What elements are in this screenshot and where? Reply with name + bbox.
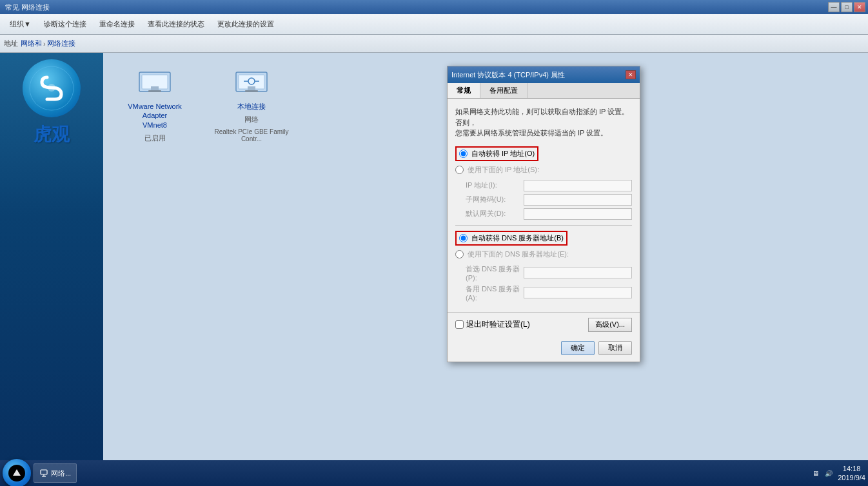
svg-point-1	[48, 84, 55, 92]
breadcrumb-network[interactable]: 网络和	[21, 39, 42, 48]
dns-radio-group: 自动获得 DNS 服务器地址(B) 使用下面的 DNS 服务器地址(E):	[455, 231, 632, 259]
svg-rect-14	[41, 470, 47, 474]
footer-left: 退出时验证设置(L)	[455, 319, 530, 330]
adapter-status-1: 网络	[244, 115, 259, 124]
view-status-button[interactable]: 查看此连接的状态	[142, 17, 210, 32]
adapter-name-1: 本地连接	[237, 102, 266, 111]
advanced-button[interactable]: 高级(V)...	[588, 318, 632, 332]
dialog-tabs: 常规 备用配置	[448, 83, 640, 99]
tab-alternate[interactable]: 备用配置	[480, 83, 528, 98]
alternate-dns-input[interactable]	[524, 287, 632, 298]
dialog-close-controls: ✕	[626, 70, 636, 79]
alternate-dns-label: 备用 DNS 服务器(A):	[466, 284, 524, 302]
subnet-mask-input[interactable]	[524, 194, 632, 206]
minimize-button[interactable]: —	[828, 2, 840, 12]
ip-address-label: IP 地址(I):	[466, 180, 524, 190]
preferred-dns-row: 首选 DNS 服务器(P):	[455, 264, 632, 282]
manual-ip-label: 使用下面的 IP 地址(S):	[468, 165, 539, 175]
clock-date: 2019/9/4	[838, 473, 865, 482]
adapter-desc-1: Realtek PCIe GBE Family Contr...	[213, 128, 290, 142]
change-settings-button[interactable]: 更改此连接的设置	[212, 17, 280, 32]
rename-button[interactable]: 重命名连接	[94, 17, 141, 32]
left-sidebar: 虎观	[0, 53, 103, 460]
manual-ip-row: 使用下面的 IP 地址(S):	[455, 165, 632, 175]
ok-button[interactable]: 确定	[561, 341, 595, 355]
gateway-label: 默认网关(D):	[466, 209, 524, 219]
tcp-ipv4-dialog: Internet 协议版本 4 (TCP/IPv4) 属性 ✕ 常规 备用配置 …	[447, 66, 640, 362]
dialog-description: 如果网络支持此功能，则可以获取自动指派的 IP 设置。否则，您需要从网络系统管理…	[455, 106, 632, 139]
auto-ip-radio[interactable]	[459, 150, 468, 158]
auto-ip-highlighted: 自动获得 IP 地址(O)	[455, 146, 538, 161]
ok-cancel-row: 确定 取消	[448, 337, 640, 362]
adapters-panel: VMware Network AdapterVMnet8 已启用	[103, 53, 868, 460]
clock: 14:18 2019/9/4	[838, 464, 865, 483]
gateway-row: 默认网关(D):	[455, 208, 632, 220]
taskbar-right: 🖥 🔊 14:18 2019/9/4	[811, 464, 865, 483]
subnet-mask-label: 子网掩码(U):	[466, 195, 524, 204]
ip-radio-group: 自动获得 IP 地址(O) 使用下面的 IP 地址(S):	[455, 146, 632, 175]
section-divider	[455, 225, 632, 226]
auto-dns-radio[interactable]	[459, 234, 468, 242]
toolbar: 组织▼ 诊断这个连接 重命名连接 查看此连接的状态 更改此连接的设置	[0, 14, 868, 35]
preferred-dns-input[interactable]	[524, 267, 632, 278]
logo-icon	[23, 59, 81, 117]
title-bar: 常见 网络连接 — □ ✕	[0, 0, 868, 14]
address-label: 地址	[4, 39, 18, 48]
adapter-status-0: 已启用	[144, 133, 166, 143]
adapter-name-0: VMware Network AdapterVMnet8	[116, 102, 193, 130]
manual-ip-radio[interactable]	[455, 166, 464, 174]
manual-dns-row: 使用下面的 DNS 服务器地址(E):	[455, 249, 632, 259]
auto-dns-row: 自动获得 DNS 服务器地址(B)	[455, 231, 632, 246]
auto-dns-label: 自动获得 DNS 服务器地址(B)	[471, 233, 564, 243]
svg-rect-4	[151, 86, 159, 90]
dialog-footer: 退出时验证设置(L) 高级(V)...	[448, 312, 640, 337]
verify-label: 退出时验证设置(L)	[466, 319, 530, 330]
start-button[interactable]	[3, 459, 31, 486]
manual-dns-label: 使用下面的 DNS 服务器地址(E):	[468, 249, 569, 259]
tray-volume-icon: 🔊	[824, 468, 834, 478]
alternate-dns-row: 备用 DNS 服务器(A):	[455, 284, 632, 302]
taskbar: 网络... 🖥 🔊 14:18 2019/9/4	[0, 460, 868, 486]
dialog-title: Internet 协议版本 4 (TCP/IPv4) 属性	[451, 70, 565, 80]
preferred-dns-label: 首选 DNS 服务器(P):	[466, 264, 524, 282]
ip-address-row: IP 地址(I):	[455, 180, 632, 191]
taskbar-left: 网络...	[3, 459, 77, 486]
close-button[interactable]: ✕	[854, 2, 865, 12]
subnet-mask-row: 子网掩码(U):	[455, 194, 632, 206]
verify-checkbox[interactable]	[455, 320, 464, 329]
svg-rect-8	[248, 86, 255, 90]
logo-text: 虎观	[34, 122, 70, 147]
tray-network-icon: 🖥	[811, 468, 821, 478]
clock-time: 14:18	[838, 464, 865, 473]
gateway-input[interactable]	[524, 208, 632, 220]
dialog-title-bar: Internet 协议版本 4 (TCP/IPv4) 属性 ✕	[448, 66, 640, 83]
adapter-icon-0	[135, 66, 174, 98]
manual-dns-radio[interactable]	[455, 250, 464, 258]
dialog-body: 如果网络支持此功能，则可以获取自动指派的 IP 设置。否则，您需要从网络系统管理…	[448, 99, 640, 312]
auto-ip-row: 自动获得 IP 地址(O)	[455, 146, 632, 161]
breadcrumb-connections[interactable]: 网络连接	[47, 39, 75, 48]
auto-dns-highlighted: 自动获得 DNS 服务器地址(B)	[455, 231, 567, 246]
window-title: 常见 网络连接	[5, 3, 50, 12]
address-bar: 地址 网络和 › 网络连接	[0, 35, 868, 53]
tray-icons: 🖥 🔊	[811, 468, 834, 478]
main-content: 虎观 VMware Network AdapterVMnet8 已启用	[0, 53, 868, 460]
taskbar-network-label: 网络...	[51, 469, 71, 478]
ip-address-input[interactable]	[524, 180, 632, 191]
adapter-item-0[interactable]: VMware Network AdapterVMnet8 已启用	[116, 66, 193, 143]
diagnose-button[interactable]: 诊断这个连接	[38, 17, 92, 32]
auto-ip-label: 自动获得 IP 地址(O)	[471, 149, 535, 159]
cancel-button[interactable]: 取消	[598, 341, 632, 355]
footer-buttons: 高级(V)...	[588, 318, 632, 332]
svg-rect-5	[148, 90, 161, 92]
breadcrumb: 网络和 › 网络连接	[21, 39, 75, 48]
dialog-close-button[interactable]: ✕	[626, 70, 636, 79]
tab-general[interactable]: 常规	[448, 83, 480, 98]
adapter-icon-1	[232, 66, 271, 98]
organize-button[interactable]: 组织▼	[4, 17, 37, 32]
maximize-button[interactable]: □	[841, 2, 853, 12]
svg-rect-9	[245, 90, 258, 92]
window-controls: — □ ✕	[828, 2, 865, 12]
adapter-item-1[interactable]: 本地连接 网络 Realtek PCIe GBE Family Contr...	[213, 66, 290, 142]
taskbar-network-item[interactable]: 网络...	[34, 463, 77, 483]
